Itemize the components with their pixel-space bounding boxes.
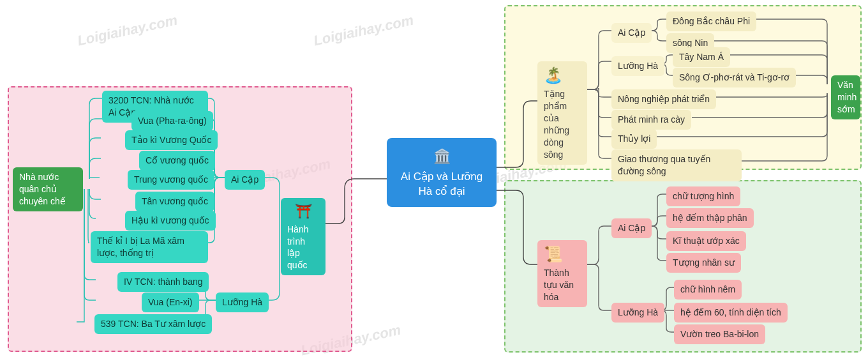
tr-other-0: Nông nghiệp phát triển bbox=[611, 89, 716, 109]
palm-icon: 🏝️ bbox=[544, 65, 581, 86]
central-topic: 🏛️ Ai Cập và Lưỡng Hà cổ đại bbox=[387, 138, 497, 207]
br-aicap-item-3: Tượng nhân sư bbox=[666, 253, 741, 273]
left-hub-label: Hành trình lập quốc bbox=[287, 224, 308, 271]
br-aicap-item-2: Kĩ thuật ướp xác bbox=[666, 231, 746, 251]
bottomright-hub: 📜 Thành tựu văn hóa bbox=[537, 240, 587, 307]
arch-icon: ⛩️ bbox=[287, 202, 319, 221]
topright-hub-label: Tặng phẩm của những dòng sông bbox=[544, 89, 569, 159]
tr-other-2: Thủy lợi bbox=[611, 129, 657, 149]
left-luongha-item-1: Vua (En-xi) bbox=[142, 292, 199, 312]
left-aicap-item-7: Thế kỉ I bị La Mã xâm lược, thống trị bbox=[91, 231, 208, 263]
tr-luongha-item-1: Sông Ơ-phơ-rát và Ti-gơ-rơ bbox=[673, 68, 796, 87]
watermark: Loigiaihay.com bbox=[76, 12, 179, 50]
left-aicap-item-6: Hậu kì vương quốc bbox=[125, 211, 216, 231]
br-luongha-item-0: chữ hình nêm bbox=[674, 280, 742, 300]
tr-luongha-item-0: Tây Nam Á bbox=[673, 47, 730, 67]
tr-other-1: Phát minh ra cày bbox=[611, 110, 691, 130]
left-aicap-item-4: Trung vương quốc bbox=[128, 170, 214, 190]
castle-icon: 🏛️ bbox=[398, 147, 485, 166]
left-branch-aicap: Ai Cập bbox=[225, 170, 265, 190]
central-topic-label: Ai Cập và Lưỡng Hà cổ đại bbox=[401, 171, 483, 197]
br-branch-aicap: Ai Cập bbox=[611, 218, 652, 238]
tr-other-3: Giao thương qua tuyến đường sông bbox=[611, 149, 742, 181]
br-branch-luongha: Lưỡng Hà bbox=[611, 303, 664, 323]
br-aicap-item-0: chữ tượng hình bbox=[666, 186, 740, 206]
topright-hub: 🏝️ Tặng phẩm của những dòng sông bbox=[537, 61, 587, 165]
left-aicap-item-1: Vua (Pha-ra-ông) bbox=[131, 111, 213, 131]
tr-branch-aicap: Ai Cập bbox=[611, 23, 652, 43]
tr-aicap-item-0: Đông Bắc châu Phi bbox=[666, 11, 756, 31]
left-branch-luongha: Lưỡng Hà bbox=[216, 292, 269, 312]
scroll-icon: 📜 bbox=[544, 244, 581, 264]
left-luongha-item-2: 539 TCN: Ba Tư xâm lược bbox=[94, 314, 212, 334]
left-luongha-item-0: IV TCN: thành bang bbox=[117, 272, 209, 292]
left-aicap-item-5: Tân vương quốc bbox=[135, 192, 214, 211]
state-type-label: Nhà nước quân chủ chuyên chế bbox=[19, 172, 66, 206]
br-luongha-item-1: hệ đếm 60, tính diện tích bbox=[674, 303, 788, 323]
state-type: Nhà nước quân chủ chuyên chế bbox=[13, 167, 83, 211]
bottomright-hub-label: Thành tựu văn hóa bbox=[544, 268, 574, 302]
civ-early-label: Văn minh sớm bbox=[837, 80, 857, 114]
br-luongha-item-2: Vườn treo Ba-bi-lon bbox=[674, 324, 765, 344]
left-hub: ⛩️ Hành trình lập quốc bbox=[281, 198, 326, 275]
civ-early: Văn minh sớm bbox=[831, 75, 860, 119]
left-aicap-item-2: Tảo kì Vương Quốc bbox=[125, 130, 218, 150]
tr-branch-luongha: Lưỡng Hà bbox=[611, 56, 664, 76]
watermark: Loigiaihay.com bbox=[312, 12, 415, 50]
br-aicap-item-1: hệ đếm thập phân bbox=[666, 208, 754, 228]
left-aicap-item-3: Cổ vương quốc bbox=[139, 151, 215, 171]
